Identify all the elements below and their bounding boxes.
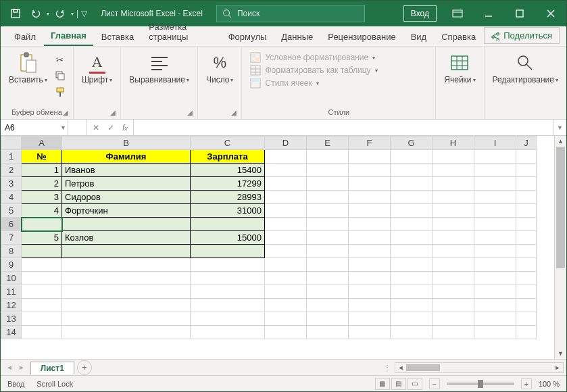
- svg-rect-12: [26, 60, 36, 72]
- search-box[interactable]: Поиск: [216, 5, 365, 22]
- redo-icon[interactable]: [51, 4, 70, 23]
- cell-styles-button[interactable]: Стили ячеек▾: [247, 78, 430, 89]
- cells-button[interactable]: Ячейки▾: [441, 49, 478, 87]
- enter-icon[interactable]: ✓: [107, 123, 114, 132]
- svg-point-35: [518, 56, 528, 66]
- tab-view[interactable]: Вид: [404, 28, 434, 46]
- fx-icon[interactable]: fx: [122, 123, 128, 132]
- save-icon[interactable]: [6, 4, 25, 23]
- active-cell[interactable]: [22, 218, 62, 231]
- share-button[interactable]: Поделиться: [484, 27, 560, 44]
- col-header-H[interactable]: H: [433, 137, 474, 150]
- svg-line-3: [229, 16, 232, 18]
- alignment-button[interactable]: Выравнивание▾: [126, 49, 192, 87]
- expand-formula-bar[interactable]: ▼: [553, 120, 566, 135]
- add-sheet-button[interactable]: +: [77, 360, 92, 375]
- vertical-scrollbar[interactable]: ▲ ▼: [554, 136, 566, 359]
- paste-icon: [17, 52, 39, 74]
- tab-help[interactable]: Справка: [435, 28, 483, 46]
- tab-nav-prev[interactable]: ◄: [6, 364, 13, 371]
- ribbon-tabs: Файл Главная Вставка Разметка страницы Ф…: [1, 26, 566, 47]
- col-header-B[interactable]: B: [62, 137, 191, 150]
- group-editing: Редактирование▾: [485, 47, 566, 119]
- undo-icon[interactable]: [26, 4, 45, 23]
- quick-access-toolbar: ▾ ▾ | ▽: [1, 4, 93, 23]
- maximize-button[interactable]: [504, 1, 535, 26]
- spreadsheet-grid[interactable]: A B C D E F G H I J 1 № Фамилия Зарплата: [1, 136, 537, 339]
- conditional-formatting-button[interactable]: Условное форматирование▾: [247, 52, 430, 63]
- col-header-J[interactable]: J: [516, 137, 537, 150]
- cell-styles-icon: [250, 78, 261, 89]
- tab-home[interactable]: Главная: [44, 26, 93, 46]
- font-launcher[interactable]: ◢: [110, 109, 118, 117]
- paste-button[interactable]: Вставить▾: [6, 49, 50, 87]
- group-clipboard: Вставить▾ ✂ Буфер обмена ◢: [1, 47, 74, 119]
- tab-data[interactable]: Данные: [274, 28, 320, 46]
- ribbon: Вставить▾ ✂ Буфер обмена ◢ A: [1, 47, 566, 120]
- cells-icon: [449, 52, 470, 74]
- cancel-icon[interactable]: ✕: [93, 123, 99, 132]
- group-alignment: Выравнивание▾ ◢: [121, 47, 198, 119]
- copy-icon[interactable]: [53, 68, 68, 83]
- select-all-corner[interactable]: [1, 137, 22, 150]
- svg-line-36: [526, 64, 532, 70]
- ribbon-display-icon[interactable]: [442, 1, 473, 26]
- tab-insert[interactable]: Вставка: [95, 28, 141, 46]
- group-styles: Условное форматирование▾ Форматировать к…: [242, 47, 436, 119]
- editing-button[interactable]: Редактирование▾: [490, 49, 561, 87]
- alignment-launcher[interactable]: ◢: [187, 109, 195, 117]
- group-number: % Число▾ ◢: [198, 47, 243, 119]
- svg-rect-14: [58, 74, 64, 80]
- svg-rect-11: [24, 53, 28, 57]
- sheet-area: A B C D E F G H I J 1 № Фамилия Зарплата: [1, 136, 566, 359]
- excel-window: ▾ ▾ | ▽ Лист Microsoft Excel - Excel Пои…: [0, 0, 567, 392]
- search-placeholder: Поиск: [237, 9, 260, 18]
- number-launcher[interactable]: ◢: [231, 109, 239, 117]
- close-button[interactable]: [535, 1, 566, 26]
- tab-file[interactable]: Файл: [7, 28, 43, 46]
- svg-rect-22: [251, 53, 255, 57]
- formula-bar: A6▼ ✕ ✓ fx ▼: [1, 120, 566, 136]
- view-page-layout-icon[interactable]: ▤: [391, 378, 406, 390]
- number-button[interactable]: % Число▾: [203, 49, 237, 87]
- sheet-tabs-row: ◄ ► Лист1 + ⋮ ◄ ►: [1, 359, 566, 375]
- zoom-out-button[interactable]: −: [429, 378, 440, 389]
- col-header-D[interactable]: D: [265, 137, 307, 150]
- titlebar: ▾ ▾ | ▽ Лист Microsoft Excel - Excel Пои…: [1, 1, 566, 26]
- name-box[interactable]: A6▼: [1, 120, 68, 135]
- col-header-E[interactable]: E: [307, 137, 349, 150]
- view-page-break-icon[interactable]: ▭: [408, 378, 422, 390]
- col-header-C[interactable]: C: [191, 137, 265, 150]
- svg-rect-7: [516, 10, 523, 17]
- format-as-table-button[interactable]: Форматировать как таблицу▾: [247, 65, 430, 76]
- col-header-G[interactable]: G: [391, 137, 433, 150]
- font-icon: A: [89, 52, 105, 74]
- sheet-tab-1[interactable]: Лист1: [30, 362, 74, 374]
- formula-input[interactable]: [134, 120, 553, 135]
- svg-rect-29: [251, 78, 260, 82]
- zoom-slider[interactable]: [447, 383, 514, 385]
- view-normal-icon[interactable]: ▦: [375, 378, 390, 390]
- tab-nav-next[interactable]: ►: [18, 364, 25, 371]
- cut-icon[interactable]: ✂: [53, 52, 68, 67]
- horizontal-scrollbar[interactable]: ◄ ►: [395, 362, 564, 373]
- minimize-button[interactable]: [473, 1, 504, 26]
- tab-formulas[interactable]: Формулы: [222, 28, 274, 46]
- svg-rect-1: [14, 9, 18, 12]
- share-icon: [491, 31, 501, 41]
- cond-format-icon: [250, 52, 261, 63]
- col-header-F[interactable]: F: [349, 137, 391, 150]
- col-header-A[interactable]: A: [22, 137, 62, 150]
- status-mode: Ввод: [7, 380, 24, 388]
- tab-layout[interactable]: Разметка страницы: [142, 18, 220, 46]
- zoom-level[interactable]: 100 %: [539, 380, 560, 388]
- clipboard-launcher[interactable]: ◢: [63, 109, 71, 117]
- zoom-in-button[interactable]: +: [521, 378, 532, 389]
- svg-rect-30: [451, 56, 468, 70]
- font-button[interactable]: A Шрифт▾: [79, 49, 115, 87]
- search-icon: [222, 9, 232, 18]
- login-button[interactable]: Вход: [403, 5, 437, 22]
- format-painter-icon[interactable]: [53, 84, 68, 99]
- tab-review[interactable]: Рецензирование: [321, 28, 402, 46]
- col-header-I[interactable]: I: [474, 137, 516, 150]
